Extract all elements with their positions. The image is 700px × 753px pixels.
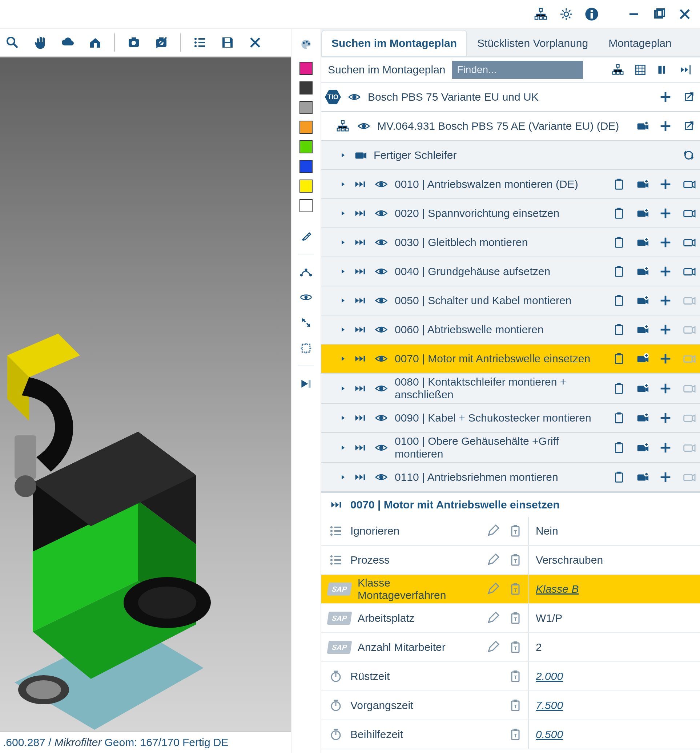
clipboard-icon[interactable] — [611, 264, 627, 279]
camera-icon[interactable] — [125, 34, 142, 51]
pan-hand-icon[interactable] — [31, 34, 49, 51]
property-row[interactable]: Vorgangszeit 7.500 — [321, 691, 700, 720]
add-icon[interactable] — [658, 235, 673, 250]
property-row[interactable]: Beihilfezeit 0.500 — [321, 720, 700, 749]
clipboard-icon[interactable] — [611, 351, 627, 366]
property-row[interactable]: Rüstzeit 2.000 — [321, 662, 700, 691]
add-icon[interactable] — [658, 381, 673, 396]
eye-icon[interactable] — [373, 264, 389, 279]
camera-add-icon[interactable] — [634, 293, 650, 308]
color-swatch[interactable] — [300, 101, 312, 114]
tree-operation[interactable]: 0110 | Antriebsriehmen montieren — [321, 463, 700, 491]
play-flag-icon[interactable] — [298, 376, 314, 392]
chevron-right-icon[interactable] — [339, 414, 347, 422]
clipboard-icon[interactable] — [611, 177, 627, 192]
color-swatch[interactable] — [300, 160, 312, 173]
property-row[interactable]: SAP Klasse Montageverfahren Klasse B — [321, 575, 700, 604]
clipboard-icon[interactable] — [611, 440, 627, 455]
sync-icon[interactable] — [681, 148, 696, 163]
chevron-right-icon[interactable] — [339, 326, 347, 333]
camera-add-icon[interactable] — [634, 235, 650, 250]
search-icon[interactable] — [4, 34, 21, 51]
clipboard-icon[interactable] — [611, 470, 627, 485]
tree-operation[interactable]: 0080 | Kontaktschleifer montieren + ansc… — [321, 373, 700, 404]
chevron-right-icon[interactable] — [339, 181, 347, 188]
orbit-icon[interactable] — [298, 289, 314, 305]
grid-view-icon[interactable] — [633, 62, 648, 78]
tree-variant[interactable]: MV.064.931 Bosch PBS 75 AE (Variante EU)… — [321, 112, 700, 141]
camera-outline-icon[interactable] — [681, 470, 696, 485]
maximize-button[interactable] — [651, 6, 667, 22]
tree-operation[interactable]: 0010 | Antriebswalzen montieren (DE) — [321, 170, 700, 199]
camera-add-icon[interactable] — [634, 351, 650, 366]
minimize-button[interactable] — [626, 6, 642, 22]
clipboard-icon[interactable] — [611, 322, 627, 337]
cloud-icon[interactable] — [59, 34, 76, 51]
edit-icon[interactable] — [485, 552, 501, 568]
camera-outline-icon[interactable] — [681, 351, 696, 366]
camera-outline-icon[interactable] — [681, 293, 696, 308]
color-swatch[interactable] — [300, 199, 312, 212]
tree-root[interactable]: TIO Bosch PBS 75 Variante EU und UK — [321, 83, 700, 112]
chevron-right-icon[interactable] — [339, 473, 347, 481]
edit-icon[interactable] — [485, 581, 501, 597]
settings-icon[interactable] — [558, 6, 574, 22]
chevron-right-icon[interactable] — [339, 152, 347, 159]
eyedropper-icon[interactable] — [298, 228, 314, 244]
eye-icon[interactable] — [373, 235, 389, 250]
camera-add-icon[interactable] — [634, 206, 650, 221]
add-icon[interactable] — [658, 264, 673, 279]
tab-assembly-plan[interactable]: Montageplan — [598, 30, 681, 56]
add-icon[interactable] — [658, 177, 673, 192]
save-icon[interactable] — [219, 34, 236, 51]
chevron-right-icon[interactable] — [339, 297, 347, 304]
eye-icon[interactable] — [373, 206, 389, 221]
clipboard-t-icon[interactable] — [507, 639, 523, 655]
add-icon[interactable] — [658, 410, 673, 426]
color-swatch[interactable] — [300, 81, 312, 94]
tab-bom-preplanning[interactable]: Stücklisten Vorplanung — [467, 30, 598, 56]
add-icon[interactable] — [658, 89, 673, 105]
clipboard-icon[interactable] — [611, 206, 627, 221]
chevron-right-icon[interactable] — [339, 268, 347, 275]
camera-outline-icon[interactable] — [681, 440, 696, 455]
eye-icon[interactable] — [373, 440, 389, 455]
add-icon[interactable] — [658, 206, 673, 221]
eye-icon[interactable] — [373, 381, 389, 396]
collapse-panel-icon[interactable] — [678, 62, 694, 78]
tree-operation[interactable]: 0050 | Schalter und Kabel montieren — [321, 286, 700, 316]
tree-operation[interactable]: 0040 | Grundgehäuse aufsetzen — [321, 257, 700, 286]
property-row[interactable]: SAP Arbeitsplatz W1/P — [321, 604, 700, 633]
info-icon[interactable] — [584, 6, 600, 22]
chevron-right-icon[interactable] — [339, 385, 347, 392]
tree-operation[interactable]: 0030 | Gleitblech montieren — [321, 228, 700, 257]
tree-operation[interactable]: 0090 | Kabel + Schukostecker montieren — [321, 404, 700, 433]
tree-view-icon[interactable] — [610, 62, 626, 78]
open-external-icon[interactable] — [681, 119, 696, 134]
close-viewport-icon[interactable] — [247, 34, 264, 51]
chevron-right-icon[interactable] — [339, 239, 347, 246]
camera-outline-icon[interactable] — [681, 410, 696, 426]
clipboard-t-icon[interactable] — [507, 523, 523, 539]
eye-icon[interactable] — [373, 177, 389, 192]
spline-icon[interactable] — [298, 264, 314, 280]
chevron-right-icon[interactable] — [339, 355, 347, 362]
viewport-canvas[interactable] — [0, 58, 291, 731]
camera-add-icon[interactable] — [634, 264, 650, 279]
search-input[interactable] — [452, 61, 583, 79]
eye-icon[interactable] — [373, 470, 389, 485]
add-icon[interactable] — [658, 119, 673, 134]
camera-add-icon[interactable] — [634, 322, 650, 337]
clipboard-icon[interactable] — [611, 293, 627, 308]
eye-icon[interactable] — [373, 410, 389, 426]
color-swatch[interactable] — [300, 140, 312, 153]
camera-add-icon[interactable] — [634, 410, 650, 426]
clipboard-t-icon[interactable] — [507, 668, 523, 684]
clipboard-icon[interactable] — [611, 410, 627, 426]
network-icon[interactable] — [533, 6, 549, 22]
property-row[interactable]: Prozess Verschrauben — [321, 546, 700, 575]
eye-icon[interactable] — [373, 351, 389, 366]
camera-outline-icon[interactable] — [681, 177, 696, 192]
edit-icon[interactable] — [485, 610, 501, 626]
camera-outline-icon[interactable] — [681, 235, 696, 250]
